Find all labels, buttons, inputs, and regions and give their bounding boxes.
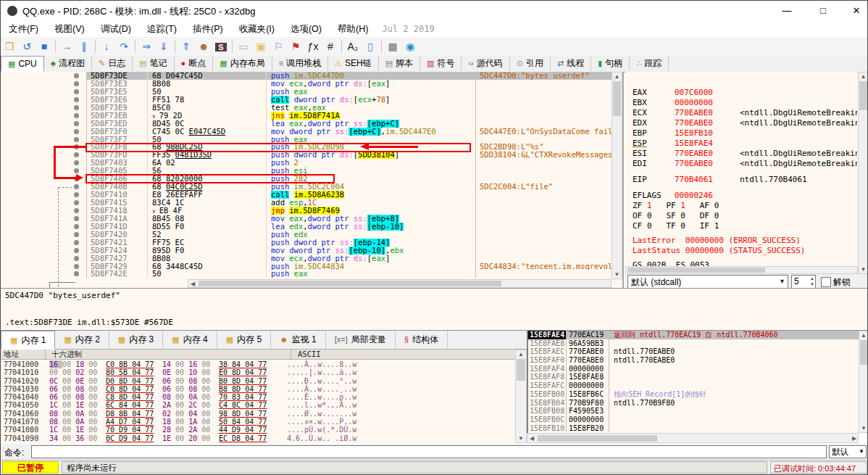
stop-button[interactable]: ■ xyxy=(36,38,53,54)
tab-日志[interactable]: ✎日志 xyxy=(92,56,133,71)
breakpoint-dot-icon[interactable] xyxy=(74,89,79,94)
tab-源代码[interactable]: ‹›源代码 xyxy=(462,56,509,71)
breakpoint-dot-icon[interactable] xyxy=(74,192,79,197)
dump-tab-结构体[interactable]: §结构体 xyxy=(396,331,448,349)
registers-list[interactable]: EAX007C6000EBX00000000ECX770EABE0<ntdll.… xyxy=(633,88,857,266)
tab-调用堆栈[interactable]: ≡调用堆栈 xyxy=(272,56,328,71)
disasm-row[interactable]: 5D8F7418∨ EB 4Fjmp im.5D8F7469 xyxy=(1,207,622,215)
memory-dump-pane[interactable]: 7704100016 00 18 00C0 8B 04 7714 00 16 0… xyxy=(1,360,515,443)
dump-tab-监视 1[interactable]: ☻监视 1 xyxy=(271,331,326,349)
tab-句柄[interactable]: ▮句柄 xyxy=(591,56,630,71)
disasm-row[interactable]: 5D8F74036A 02push 2 xyxy=(1,159,622,167)
menu-调试D[interactable]: 调试(D) xyxy=(93,21,139,38)
label-button[interactable]: ⚐ xyxy=(270,38,287,54)
breakpoint-dot-icon[interactable] xyxy=(74,216,79,221)
tab-内存布局[interactable]: ▦内存布局 xyxy=(213,56,272,71)
disasm-vscrollbar[interactable]: ▲ ▼ xyxy=(612,72,622,279)
breakpoint-dot-icon[interactable] xyxy=(74,168,79,173)
tab-笔记[interactable]: ▤笔记 xyxy=(133,56,174,71)
register-line[interactable]: ESP15E8FAE4 xyxy=(633,139,857,149)
register-line[interactable]: EBX00000000 xyxy=(633,98,857,108)
command-type-combo[interactable]: 默认▼ xyxy=(829,445,867,458)
disasm-row[interactable]: 5D8F73ED8D45 0Clea eax,dword ptr ss:[ebp… xyxy=(1,120,622,128)
stack-hscrollbar[interactable]: ◀ ▶ xyxy=(527,433,859,443)
disasm-row[interactable]: 5D8F73F750push eax xyxy=(1,136,622,144)
dump-tab-内存 2[interactable]: ▦内存 2 xyxy=(55,331,109,349)
disasm-row[interactable]: 5D8F7424895D F0mov dword ptr ss:[ebp-10]… xyxy=(1,247,622,255)
calling-convention-combo[interactable]: 默认 (stdcall)▼ xyxy=(627,275,788,289)
stack-row[interactable]: 15E8FB1015E8FB20 xyxy=(528,424,859,433)
register-line[interactable]: EAX007C6000 xyxy=(633,88,857,98)
disasm-row[interactable]: 5D8F73E550push eax xyxy=(1,88,622,96)
breakpoint-dot-icon[interactable] xyxy=(74,121,79,126)
breakpoint-dot-icon[interactable] xyxy=(74,240,79,245)
disasm-row[interactable]: 5D8F73EB∨ 79 2Djns im.5D8F741A xyxy=(1,112,622,120)
tab-符号[interactable]: ▥符号 xyxy=(420,56,462,71)
disasm-row[interactable]: 5D8F741583C4 1Cadd esp,1C xyxy=(1,199,622,207)
breakpoint-dot-icon[interactable] xyxy=(74,160,79,165)
menu-插件P[interactable]: 插件(P) xyxy=(185,21,231,38)
tab-跟踪[interactable]: ∴跟踪 xyxy=(630,56,669,71)
tab-脚本[interactable]: ▤脚本 xyxy=(379,56,420,71)
disasm-row[interactable]: 5D8F741D8D55 F0lea edx,dword ptr ss:[ebp… xyxy=(1,223,622,231)
stack-row[interactable]: 15E8FAEC770EABE0ntdll.770EABE0 xyxy=(528,347,859,356)
tab-SEH链[interactable]: ⚠SEH链 xyxy=(328,56,379,71)
breakpoint-dot-icon[interactable] xyxy=(74,81,79,86)
dump-tab-内存 1[interactable]: ▦内存 1 xyxy=(1,331,55,350)
disasm-row[interactable]: 5D8F7421FF75 ECpush dword ptr ss:[ebp-14… xyxy=(1,239,622,247)
close-button[interactable]: ✕ xyxy=(840,1,868,21)
breakpoint-dot-icon[interactable] xyxy=(74,248,79,253)
disasm-row[interactable]: 5D8F741A8B45 08mov eax,dword ptr ss:[ebp… xyxy=(1,215,622,223)
breakpoint-dot-icon[interactable] xyxy=(74,264,79,269)
dump-row[interactable]: 770410200C 00 0E 00D0 8D 04 7706 00 08 0… xyxy=(1,377,515,385)
breakpoint-dot-icon[interactable] xyxy=(74,224,79,229)
breakpoint-dot-icon[interactable] xyxy=(74,208,79,213)
breakpoint-dot-icon[interactable] xyxy=(74,137,79,142)
pause-button[interactable]: ∥ xyxy=(75,38,93,54)
dump-row[interactable]: 7704104006 00 08 00C8 8D 04 7708 00 0A 0… xyxy=(1,393,515,401)
comment-button[interactable]: ▣ xyxy=(252,38,270,54)
step-out-button[interactable]: ⇑ xyxy=(178,38,195,54)
breakpoint-dot-icon[interactable] xyxy=(74,271,79,276)
step-over-button[interactable]: ↷ xyxy=(115,38,133,54)
bookmark-button[interactable]: ⚑ xyxy=(287,38,304,54)
registers-hscrollbar[interactable] xyxy=(625,266,858,274)
disasm-row[interactable]: 5D8F742E50push eax xyxy=(1,270,622,278)
disasm-hscrollbar[interactable]: ◀ xyxy=(188,279,612,288)
breakpoint-dot-icon[interactable] xyxy=(74,129,79,134)
dump-row[interactable]: 7704101000 00 02 0080 5B 04 770E 00 10 0… xyxy=(1,368,515,376)
disasm-row[interactable]: 5D8F742052push edx xyxy=(1,231,622,239)
arg-count-stepper[interactable]: 5▲▼ xyxy=(791,275,816,289)
dump-row[interactable]: 7704100016 00 18 00C0 8B 04 7714 00 16 0… xyxy=(1,360,515,368)
attach-button[interactable]: ▯ xyxy=(362,38,379,54)
register-line[interactable]: LastError 00000000 (ERROR_SUCCESS) xyxy=(633,236,857,246)
breakpoint-dot-icon[interactable] xyxy=(74,232,79,237)
stack-row[interactable]: 15E8FAE896A59BB3 xyxy=(528,339,859,348)
dump-row[interactable]: 7704109034 00 36 000C D9 04 771E 00 20 0… xyxy=(1,434,515,442)
dump-row[interactable]: 7704103006 00 08 00C0 8D 04 7706 00 08 0… xyxy=(1,385,515,393)
disassembly-pane[interactable]: 5D8F73DE68 D047C45Dpush im.5DC447D05DC44… xyxy=(1,72,624,288)
disasm-row[interactable]: 5D8F73E985C0test eax,eax xyxy=(1,104,622,112)
register-line[interactable]: LastStatus 00000000 (STATUS_SUCCESS) xyxy=(633,246,857,256)
register-line[interactable]: ESI770EABE0<ntdll.DbgUiRemoteBreakin> xyxy=(633,149,857,159)
menu-收藏夹I[interactable]: 收藏夹(I) xyxy=(231,21,283,38)
register-line[interactable]: EFLAGS00000246 xyxy=(633,191,857,201)
stack-row[interactable]: 15E8FAF815E8FAE8 xyxy=(528,373,859,381)
menu-视图V[interactable]: 视图(V) xyxy=(46,21,93,38)
register-line[interactable]: CF 0 TF 0 IF 1 xyxy=(633,221,857,231)
stack-vscrollbar[interactable]: ▲ ▼ xyxy=(859,331,868,433)
breakpoint-dot-icon[interactable] xyxy=(74,105,79,110)
dump-tab-内存 3[interactable]: ▦内存 3 xyxy=(109,331,163,349)
register-line[interactable]: EDI770EABE0<ntdll.DbgUiRemoteBreakin> xyxy=(633,159,857,169)
disasm-row[interactable]: 5D8F740B68 04C0C25Dpush im.5DC2C0045DC2C… xyxy=(1,183,622,191)
breakpoint-dot-icon[interactable] xyxy=(74,256,79,261)
stack-row[interactable]: 15E8FB04770B9F80ntdll.770B9F80 xyxy=(528,399,859,408)
disasm-row[interactable]: 5D8F7410E8 26EEFAFFcall im.5D8A623B xyxy=(1,191,622,199)
command-input[interactable] xyxy=(31,445,827,458)
stack-row[interactable]: 15E8FAE4770EAC19返回到 ntdll.770EAC19 自 ntd… xyxy=(528,331,859,339)
disasm-row[interactable]: 5D8F73FDFF35 0481D35Dpush dword ptr ds:[… xyxy=(1,151,622,159)
dump-row[interactable]: 7704106008 00 0A 00D8 8B 04 7702 00 04 0… xyxy=(1,410,515,418)
dump-row[interactable]: 770410501C 00 1E 006C 84 04 772A 00 2C 0… xyxy=(1,401,515,409)
calculator-button[interactable]: ▦ xyxy=(384,38,401,54)
analysis-button[interactable]: # xyxy=(322,38,339,54)
